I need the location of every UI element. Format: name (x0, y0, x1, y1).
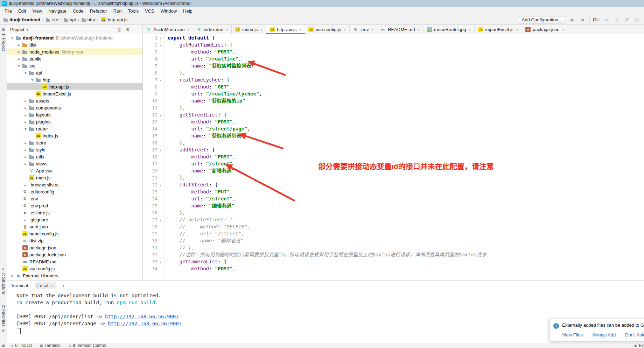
code-text[interactable]: getCameraList: { (164, 258, 227, 265)
close-icon[interactable]: × (187, 27, 190, 32)
tab-asidemenu-vue[interactable]: VAsideMenu.vue× (143, 25, 193, 34)
tree-item-http-api-js[interactable]: JShttp-api.js (7, 83, 142, 90)
history-icon[interactable]: ↺ (623, 17, 630, 22)
settings-gear-icon[interactable]: ⚙ (126, 27, 130, 32)
chevron-down-icon[interactable]: ▾ (26, 28, 28, 31)
locate-icon[interactable]: ◎ (117, 27, 121, 32)
notification-action-don-t-ask-agai[interactable]: Don't Ask Agai (625, 332, 644, 338)
notification-action-always-add[interactable]: Always Add (592, 332, 616, 338)
close-icon[interactable]: × (562, 27, 565, 32)
fold-icon[interactable]: ▾ (158, 112, 164, 119)
chevron-right-icon[interactable]: ▸ (23, 106, 28, 110)
terminal-link[interactable]: http://192.168.66.56:9007 (105, 314, 179, 319)
tree-item-eslintrc-js[interactable]: ◆.eslintrc.js (7, 209, 142, 216)
chevron-down-icon[interactable]: ▾ (29, 78, 35, 82)
code-text[interactable]: method: "POST", (164, 48, 236, 55)
code-text[interactable]: // deleteStreet: { (164, 216, 232, 223)
tab-env[interactable]: ⚙.env× (350, 25, 377, 34)
close-icon[interactable]: × (260, 27, 263, 32)
tree-item-api[interactable]: ▾api (7, 69, 142, 76)
tab-readme-md[interactable]: MDREADME.md× (377, 25, 424, 34)
tree-item-auth-json[interactable]: {}auth.json (7, 223, 142, 230)
menu-view[interactable]: View (29, 8, 45, 14)
code-text[interactable]: }, (164, 69, 186, 76)
terminal-output[interactable]: Note that the development build is not o… (7, 290, 644, 334)
tree-item-babel-config-js[interactable]: JSbabel.config.js (7, 230, 142, 237)
chevron-right-icon[interactable]: ▸ (23, 162, 28, 166)
code-text[interactable]: }, (164, 174, 186, 181)
tree-item-store[interactable]: ▸store (7, 139, 142, 146)
tree-item-assets[interactable]: ▸assets (7, 97, 142, 104)
terminal-link[interactable]: http://192.168.66.56:9007 (108, 321, 182, 326)
tree-item-http[interactable]: ▾http (7, 76, 142, 83)
add-configuration-button[interactable]: Add Configuration... (518, 16, 566, 23)
code-text[interactable]: name: "获取荔枝的ip" (164, 97, 245, 104)
breadcrumb-http[interactable]: http (82, 17, 95, 22)
tree-item-readme-md[interactable]: MDREADME.md (7, 258, 142, 265)
code-text[interactable]: method: "POST", (164, 118, 236, 125)
tree-item-external-libraries[interactable]: ▸▦External Libraries (7, 272, 142, 279)
fold-icon[interactable]: ▾ (158, 217, 164, 224)
tree-item-browserslistrc[interactable]: ≡.browserslistrc (7, 181, 142, 188)
git-update-icon[interactable]: ↙ (603, 17, 610, 22)
code-text[interactable]: url: "/realTime", (164, 55, 241, 62)
tree-item-dist-zip[interactable]: ▤dist.zip (7, 237, 142, 244)
tree-item-router[interactable]: ▾router (7, 125, 142, 132)
code-text[interactable]: url: "/realTime/lychee", (164, 90, 262, 97)
chevron-down-icon[interactable]: ▾ (9, 36, 15, 40)
tree-item-vue-config-js[interactable]: JSvue.config.js (7, 265, 142, 272)
chevron-right-icon[interactable]: ▸ (23, 155, 28, 159)
new-terminal-button[interactable]: + (62, 283, 65, 289)
notification-action-view-files[interactable]: View Files (562, 332, 583, 338)
code-text[interactable]: method: "POST", (164, 153, 236, 160)
clock-icon[interactable]: ◷ (634, 17, 640, 22)
tree-item-public[interactable]: ▸public (7, 55, 142, 62)
code-text[interactable]: // url: "/street", (164, 230, 244, 237)
chevron-down-icon[interactable]: ▾ (23, 71, 28, 75)
tree-item-src[interactable]: ▾src (7, 62, 142, 69)
tree-item-components[interactable]: ▸components (7, 104, 142, 111)
close-icon[interactable]: × (417, 27, 420, 32)
tree-item-index-js[interactable]: JSindex.js (7, 132, 142, 139)
code-text[interactable]: getStreetList: { (164, 111, 227, 118)
tool-window-structure-button[interactable]: ≡ 7: Structure (0, 267, 7, 294)
code-text[interactable]: name: "编辑巷道" (164, 202, 234, 209)
code-text[interactable]: getRealTimeList: { (164, 41, 232, 48)
chevron-right-icon[interactable]: ▸ (23, 148, 28, 152)
status-terminal[interactable]: ▣Terminal (40, 343, 61, 348)
tree-item-app-vue[interactable]: VApp.vue (7, 167, 142, 174)
chevron-down-icon[interactable]: ▾ (23, 127, 28, 131)
breadcrumb-duoji-frontend[interactable]: duoji-frontend (4, 17, 40, 22)
code-text[interactable]: // method: "DELETE", (164, 223, 250, 230)
fold-icon[interactable]: ▾ (158, 42, 164, 49)
chevron-right-icon[interactable]: ▸ (16, 57, 22, 61)
tree-item-main-js[interactable]: JSmain.js (7, 174, 142, 181)
status-9-version-control[interactable]: ⇅9: Version Control (68, 343, 106, 348)
fold-icon[interactable]: ▾ (158, 77, 164, 84)
tree-item-package-lock-json[interactable]: npackage-lock.json (7, 251, 142, 258)
menu-window[interactable]: Window (158, 8, 180, 14)
tree-item-views[interactable]: ▸views (7, 160, 142, 167)
code-text[interactable]: name: "获取巷道列表" (164, 132, 244, 139)
fold-icon[interactable]: ▾ (158, 35, 164, 42)
code-text[interactable]: editStreet: { (164, 181, 218, 188)
fold-icon[interactable]: ▾ (158, 147, 164, 154)
close-icon[interactable]: × (469, 27, 471, 32)
tree-item-package-json[interactable]: npackage.json (7, 244, 142, 251)
code-text[interactable]: url: "/street/page", (164, 125, 250, 132)
menu-run[interactable]: Run (110, 8, 125, 14)
code-text[interactable]: method: "PUT", (164, 188, 232, 195)
chevron-right-icon[interactable]: ▸ (9, 274, 15, 278)
tool-windows-grid-icon[interactable]: ▦ (2, 344, 5, 348)
code-text[interactable]: url: "/street", (164, 160, 236, 167)
code-text[interactable]: // }, (164, 244, 194, 251)
chevron-right-icon[interactable]: ▸ (23, 120, 28, 124)
tool-window-favorites-button[interactable]: 2: Favorites ★ (0, 305, 7, 333)
breadcrumb-http-api-js[interactable]: JShttp-api.js (101, 17, 127, 22)
tree-item-layouts[interactable]: ▸layouts (7, 111, 142, 118)
menu-refactor[interactable]: Refactor (87, 8, 110, 14)
status-6-todo[interactable]: ≡6: TODO (11, 343, 31, 348)
tree-item-editorconfig[interactable]: ⚙.editorconfig (7, 188, 142, 195)
chevron-right-icon[interactable]: ▸ (16, 43, 22, 47)
code-text[interactable]: addStreet: { (164, 146, 215, 153)
